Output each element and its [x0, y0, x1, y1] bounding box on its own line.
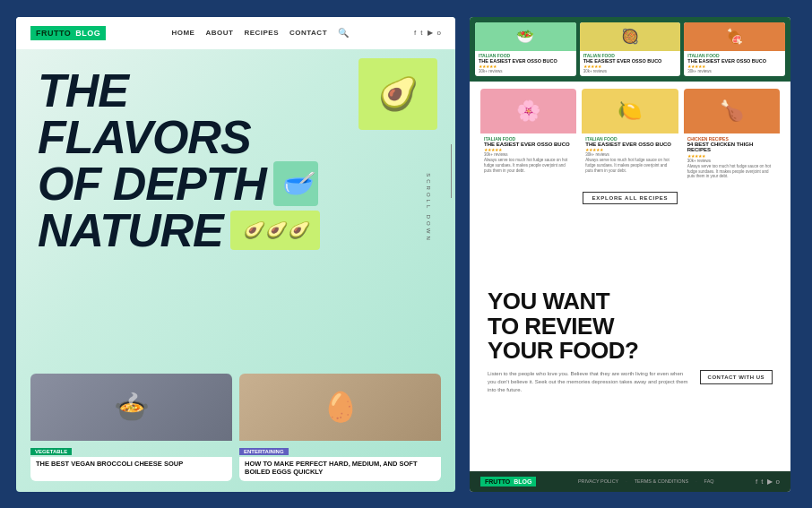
recipe-title-3: 54 BEST CHICKEN THIGH RECIPES: [687, 142, 776, 153]
strip-card-3-img: 🍖: [684, 22, 785, 51]
hero-line4-text: NATURE: [38, 207, 223, 254]
recipe-card-2-body: ITALIAN FOOD THE EASIEST EVER OSSO BUCO …: [582, 133, 678, 177]
nav-about[interactable]: ABOUT: [205, 29, 233, 37]
nav-contact[interactable]: CONTACT: [289, 29, 327, 37]
card-soup[interactable]: 🍲 VEGETABLE THE BEST VEGAN BROCCOLI CHEE…: [30, 374, 232, 481]
strip-card-1-content: ITALIAN FOOD THE EASIEST EVER OSSO BUCO …: [475, 51, 576, 76]
footer-faq[interactable]: FAQ: [704, 478, 714, 484]
recipe-card-1-img: 🌸: [480, 89, 576, 133]
hero-line3: OF DEPTH 🥣: [38, 160, 437, 207]
recipe-reviews-2: 30k+ reviews: [585, 152, 674, 157]
strip-card-3-content: ITALIAN FOOD THE EASIEST EVER OSSO BUCO …: [684, 51, 785, 76]
cta-description: Listen to the people who love you. Belie…: [488, 370, 691, 394]
card-eggs-title: HOW TO MAKE PERFECT HARD, MEDIUM, AND SO…: [245, 460, 436, 476]
avocado-box-top: 🥑: [358, 58, 437, 130]
other-social-icon[interactable]: o: [437, 29, 441, 37]
recipe-reviews-3: 30k+ reviews: [687, 159, 776, 163]
footer-twitter-icon[interactable]: t: [761, 478, 763, 486]
youtube-icon[interactable]: ▶: [428, 29, 433, 37]
right-footer: FRUTTO BLOG PRIVACY POLICY · TERMS & CON…: [470, 471, 790, 492]
footer-privacy[interactable]: PRIVACY POLICY: [578, 478, 618, 484]
card-soup-info: THE BEST VEGAN BROCCOLI CHEESE SOUP: [30, 457, 232, 481]
card-soup-image: 🍲: [30, 374, 232, 441]
cta-body: Listen to the people who love you. Belie…: [488, 370, 773, 394]
recipe-grid: 🌸 ITALIAN FOOD THE EASIEST EVER OSSO BUC…: [480, 89, 780, 183]
footer-youtube-icon[interactable]: ▶: [767, 478, 773, 486]
footer-divider-2: ·: [695, 478, 696, 484]
recipe-card-3-body: CHICKEN RECIPES 54 BEST CHICKEN THIGH RE…: [684, 133, 780, 183]
card-eggs[interactable]: 🥚 ENTERTAINING HOW TO MAKE PERFECT HARD,…: [239, 374, 441, 481]
recipe-reviews-1: 30k+ reviews: [484, 152, 573, 157]
bowl-image: 🥣: [273, 161, 318, 206]
recipe-desc-2: Always serve too much hot fudge sauce on…: [585, 158, 674, 174]
twitter-icon[interactable]: t: [420, 29, 422, 37]
facebook-icon[interactable]: f: [414, 29, 416, 37]
recipe-card-3-img: 🍗: [684, 89, 780, 133]
recipe-title-2: THE EASIEST EVER OSSO BUCO: [585, 142, 674, 148]
logo-blog: BLOG: [75, 29, 100, 38]
cta-section: YOU WANTTO REVIEWYOUR FOOD? Listen to th…: [470, 213, 790, 470]
recipe-card-1[interactable]: 🌸 ITALIAN FOOD THE EASIEST EVER OSSO BUC…: [480, 89, 576, 183]
strip-reviews-1: 30k+ reviews: [479, 69, 573, 73]
bottom-cards: 🍲 VEGETABLE THE BEST VEGAN BROCCOLI CHEE…: [16, 366, 455, 492]
recipe-desc-1: Always serve too much hot fudge sauce on…: [484, 158, 573, 174]
recipe-card-3[interactable]: 🍗 CHICKEN RECIPES 54 BEST CHICKEN THIGH …: [684, 89, 780, 183]
explore-btn-row: EXPLORE ALL RECIPES: [480, 182, 780, 208]
contact-button[interactable]: CONTACT WITH US: [700, 370, 773, 384]
cta-title: YOU WANTTO REVIEWYOUR FOOD?: [488, 289, 773, 363]
strip-card-2[interactable]: 🥘 ITALIAN FOOD THE EASIEST EVER OSSO BUC…: [580, 22, 681, 76]
footer-links: PRIVACY POLICY · TERMS & CONDITIONS · FA…: [578, 478, 714, 484]
strip-reviews-3: 30k+ reviews: [687, 69, 782, 73]
scroll-line: [451, 144, 452, 198]
top-strip: 🥗 ITALIAN FOOD THE EASIEST EVER OSSO BUC…: [470, 17, 790, 82]
explore-all-button[interactable]: EXPLORE ALL RECIPES: [583, 192, 678, 204]
footer-logo-text: FRUTTO: [485, 478, 510, 485]
footer-divider-1: ·: [626, 478, 626, 484]
scroll-down-label: SCROLL DOWN: [425, 173, 430, 242]
footer-social: f t ▶ o: [756, 478, 780, 486]
recipe-card-2[interactable]: 🍋 ITALIAN FOOD THE EASIEST EVER OSSO BUC…: [582, 89, 678, 183]
nav-home[interactable]: HOME: [171, 29, 194, 37]
logo-frutto: FRUTTO: [36, 29, 71, 38]
card-eggs-info: HOW TO MAKE PERFECT HARD, MEDIUM, AND SO…: [239, 457, 441, 481]
nav-recipes[interactable]: RECIPES: [244, 29, 279, 37]
strip-card-2-img: 🥘: [580, 22, 681, 51]
recipe-card-1-body: ITALIAN FOOD THE EASIEST EVER OSSO BUCO …: [480, 133, 576, 177]
recipe-desc-3: Always serve too much hot fudge sauce on…: [687, 164, 776, 180]
avocado-emoji: 🥑: [378, 75, 419, 113]
footer-logo-blog: BLOG: [514, 478, 531, 485]
left-page: FRUTTO BLOG HOME ABOUT RECIPES CONTACT 🔍…: [16, 17, 455, 492]
card-eggs-image: 🥚: [239, 374, 441, 441]
logo[interactable]: FRUTTO BLOG: [30, 26, 106, 40]
strip-reviews-2: 30k+ reviews: [583, 69, 678, 73]
strip-card-2-content: ITALIAN FOOD THE EASIEST EVER OSSO BUCO …: [580, 51, 681, 76]
footer-terms[interactable]: TERMS & CONDITIONS: [635, 478, 689, 484]
avocado-box-bottom: 🥑 🥑 🥑: [230, 211, 320, 250]
outer-container: FRUTTO BLOG HOME ABOUT RECIPES CONTACT 🔍…: [16, 17, 796, 492]
nav-links: HOME ABOUT RECIPES CONTACT 🔍: [171, 28, 349, 38]
strip-card-3[interactable]: 🍖 ITALIAN FOOD THE EASIEST EVER OSSO BUC…: [684, 22, 785, 76]
recipe-title-1: THE EASIEST EVER OSSO BUCO: [484, 142, 573, 148]
card-soup-category: VEGETABLE: [30, 448, 72, 455]
search-icon[interactable]: 🔍: [338, 28, 349, 38]
hero-line4: NATURE 🥑 🥑 🥑: [38, 207, 437, 254]
card-eggs-category: ENTERTAINING: [239, 448, 289, 455]
recipe-section: 🌸 ITALIAN FOOD THE EASIEST EVER OSSO BUC…: [470, 82, 790, 214]
hero-section: THE FLAVORS OF DEPTH 🥣 NATURE 🥑 🥑 🥑 🥑 SC…: [16, 49, 455, 366]
footer-other-icon[interactable]: o: [776, 478, 780, 486]
hero-line3-text: OF DEPTH: [38, 160, 266, 207]
nav-social: f t ▶ o: [414, 29, 441, 37]
footer-facebook-icon[interactable]: f: [756, 478, 757, 486]
strip-card-1-img: 🥗: [475, 22, 576, 51]
right-page: 🥗 ITALIAN FOOD THE EASIEST EVER OSSO BUC…: [470, 17, 790, 492]
strip-card-1[interactable]: 🥗 ITALIAN FOOD THE EASIEST EVER OSSO BUC…: [475, 22, 576, 76]
footer-logo: FRUTTO BLOG: [480, 477, 536, 486]
recipe-card-2-img: 🍋: [582, 89, 678, 133]
navigation: FRUTTO BLOG HOME ABOUT RECIPES CONTACT 🔍…: [16, 17, 455, 49]
card-soup-title: THE BEST VEGAN BROCCOLI CHEESE SOUP: [36, 460, 227, 468]
